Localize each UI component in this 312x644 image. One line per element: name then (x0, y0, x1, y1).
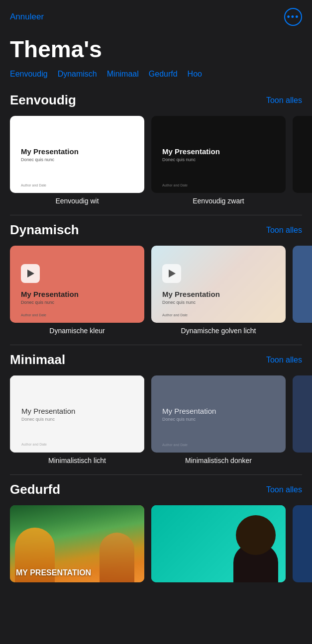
template-label-minimalistisch-licht: Minimalistisch licht (48, 457, 106, 464)
template-label-eenvoudig-zwart: Eenvoudig zwart (193, 197, 244, 205)
pres-sub-simple-black: Donec quis nunc (162, 157, 275, 162)
pres-sub-dynamic-waves: Donec quis nunc (162, 300, 275, 305)
section-title-dynamisch: Dynamisch (10, 222, 79, 238)
pres-title-simple-white: My Presentation (21, 147, 133, 156)
more-icon: ••• (287, 12, 300, 22)
template-thumb-minimalistisch-donker: My Presentation Donec quis nunc Author a… (151, 375, 286, 453)
thumb-minimal-dark: My Presentation Donec quis nunc Author a… (151, 375, 286, 453)
filter-tabs: Eenvoudig Dynamisch Minimaal Gedurfd Hoo (0, 63, 312, 86)
thumb-partial-salmon (293, 246, 312, 323)
template-label-dynamische-kleur: Dynamische kleur (49, 327, 104, 335)
toon-alles-dynamisch[interactable]: Toon alles (266, 226, 302, 235)
templates-row-eenvoudig: My Presentation Donec quis nunc Author a… (10, 116, 302, 205)
section-header-dynamisch: Dynamisch Toon alles (10, 222, 302, 238)
template-gedurfd-2[interactable] (151, 505, 286, 586)
person-shape-cyan (231, 518, 281, 582)
template-thumb-dynamische-golven: My Presentation Donec quis nunc Author a… (151, 246, 286, 323)
section-title-gedurfd: Gedurfd (10, 482, 60, 497)
template-label-eenvoudig-wit: Eenvoudig wit (55, 197, 99, 205)
thumb-dynamic-waves: My Presentation Donec quis nunc Author a… (151, 246, 286, 323)
cancel-button[interactable]: Annuleer (10, 12, 44, 22)
template-minimalistisch-licht[interactable]: My Presentation Donec quis nunc Author a… (10, 375, 144, 464)
pres-title-dynamic-waves: My Presentation (162, 290, 275, 298)
filter-tab-hoo[interactable]: Hoo (188, 70, 202, 79)
thumb-bold-cyan-wrap (151, 505, 286, 582)
template-minimalistisch-donker[interactable]: My Presentation Donec quis nunc Author a… (151, 375, 286, 464)
pres-title-minimal-dark: My Presentation (162, 407, 275, 415)
section-title-minimaal: Minimaal (10, 352, 65, 368)
filter-tab-dynamisch[interactable]: Dynamisch (58, 70, 97, 79)
section-dynamisch: Dynamisch Toon alles My Presentation Don… (0, 215, 312, 345)
template-thumb-dynamische-kleur: My Presentation Donec quis nunc Author a… (10, 246, 144, 323)
play-icon-dynamic-waves (162, 264, 181, 283)
template-label-dynamische-golven: Dynamische golven licht (181, 327, 256, 335)
pres-author-minimal-dark: Author and Date (162, 443, 188, 447)
pres-author-dynamic-waves: Author and Date (162, 313, 188, 317)
toon-alles-gedurfd[interactable]: Toon alles (266, 485, 302, 494)
thumb-dynamic-color: My Presentation Donec quis nunc Author a… (10, 246, 144, 323)
section-title-eenvoudig: Eenvoudig (10, 92, 76, 108)
pres-title-minimal-light: My Presentation (21, 407, 133, 415)
template-partial-minimaal (293, 375, 312, 453)
top-bar: Annuleer ••• (0, 0, 312, 31)
bold-text-container: MY PRESENTATION (10, 563, 144, 582)
template-eenvoudig-zwart[interactable]: My Presentation Donec quis nunc Author a… (151, 116, 286, 205)
more-button[interactable]: ••• (284, 8, 302, 26)
thumb-minimal-light: My Presentation Donec quis nunc Author a… (10, 375, 144, 453)
pres-title-simple-black: My Presentation (162, 147, 275, 156)
templates-row-gedurfd: AUTHOR AND DATE MY PRESENTATION (10, 505, 302, 586)
thumb-partial-dark-gray (293, 375, 312, 453)
template-eenvoudig-wit[interactable]: My Presentation Donec quis nunc Author a… (10, 116, 144, 205)
thumb-bold-portrait-wrap: AUTHOR AND DATE MY PRESENTATION (10, 505, 144, 582)
section-header-gedurfd: Gedurfd Toon alles (10, 482, 302, 497)
pres-author-minimal-light: Author and Date (21, 443, 47, 446)
filter-tab-eenvoudig[interactable]: Eenvoudig (10, 70, 48, 79)
thumb-bold-cyan (151, 505, 286, 582)
thumb-bold-portrait: AUTHOR AND DATE MY PRESENTATION (10, 505, 144, 582)
template-dynamische-golven[interactable]: My Presentation Donec quis nunc Author a… (151, 246, 286, 335)
hair-shape (236, 515, 276, 555)
section-header-eenvoudig: Eenvoudig Toon alles (10, 92, 302, 108)
template-label-minimalistisch-donker: Minimalistisch donker (185, 457, 252, 464)
pres-sub-minimal-light: Donec quis nunc (21, 417, 133, 422)
template-thumb-eenvoudig-wit: My Presentation Donec quis nunc Author a… (10, 116, 144, 193)
filter-tab-minimaal[interactable]: Minimaal (107, 70, 139, 79)
template-gedurfd-1[interactable]: AUTHOR AND DATE MY PRESENTATION (10, 505, 144, 586)
templates-row-minimaal: My Presentation Donec quis nunc Author a… (10, 375, 302, 464)
template-thumb-eenvoudig-zwart: My Presentation Donec quis nunc Author a… (151, 116, 286, 193)
template-thumb-gedurfd-1: AUTHOR AND DATE MY PRESENTATION (10, 505, 144, 582)
pres-author-simple-black: Author and Date (162, 184, 188, 187)
section-header-minimaal: Minimaal Toon alles (10, 352, 302, 368)
pres-author-simple-white: Author and Date (21, 184, 46, 187)
template-partial-gedurfd (293, 505, 312, 582)
bold-pres-title-1: MY PRESENTATION (16, 568, 138, 577)
template-thumb-gedurfd-2 (151, 505, 286, 582)
template-thumb-minimalistisch-licht: My Presentation Donec quis nunc Author a… (10, 375, 144, 453)
section-minimaal: Minimaal Toon alles My Presentation Done… (0, 345, 312, 474)
thumb-partial-gedurfd (293, 505, 312, 582)
thumb-simple-black: My Presentation Donec quis nunc Author a… (151, 116, 286, 193)
pres-sub-minimal-dark: Donec quis nunc (162, 417, 275, 422)
thumb-simple-white: My Presentation Donec quis nunc Author a… (10, 116, 144, 193)
toon-alles-eenvoudig[interactable]: Toon alles (266, 96, 302, 105)
page-title: Thema's (0, 31, 312, 63)
section-gedurfd: Gedurfd Toon alles AUTHOR AND DATE MY PR… (0, 475, 312, 596)
pres-author-dynamic-color: Author and Date (21, 313, 46, 317)
pres-sub-dynamic-color: Donec quis nunc (21, 300, 133, 305)
template-dynamische-kleur[interactable]: My Presentation Donec quis nunc Author a… (10, 246, 144, 335)
template-partial-eenvoudig (293, 116, 312, 193)
section-eenvoudig: Eenvoudig Toon alles My Presentation Don… (0, 86, 312, 215)
thumb-partial-black (293, 116, 312, 193)
play-icon-dynamic-color (21, 264, 40, 283)
toon-alles-minimaal[interactable]: Toon alles (266, 356, 302, 365)
template-partial-dynamisch (293, 246, 312, 323)
filter-tab-gedurfd[interactable]: Gedurfd (149, 70, 178, 79)
pres-sub-simple-white: Donec quis nunc (21, 157, 133, 162)
templates-row-dynamisch: My Presentation Donec quis nunc Author a… (10, 246, 302, 335)
pres-title-dynamic-color: My Presentation (21, 290, 133, 298)
